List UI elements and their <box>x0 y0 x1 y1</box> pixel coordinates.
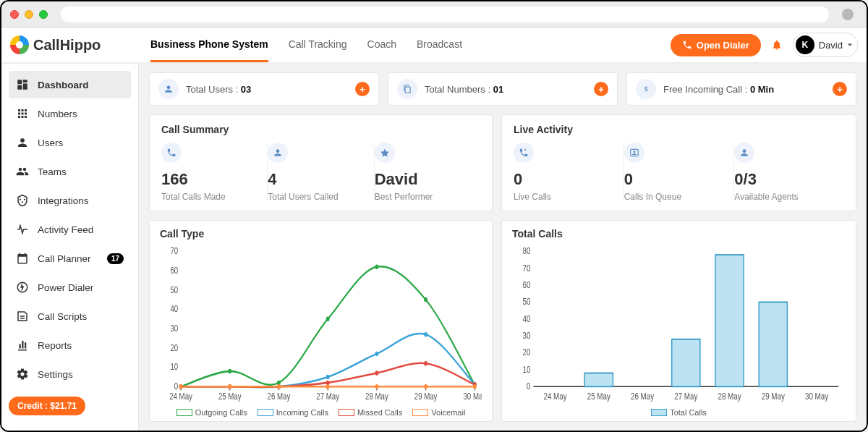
minimize-window-icon[interactable] <box>25 10 33 19</box>
metric-value: 0 <box>514 170 615 189</box>
sidebar-item-integrations[interactable]: Integrations <box>9 187 131 214</box>
svg-text:28 May: 28 May <box>718 391 741 402</box>
chart-area: 0102030405060708024 May25 May26 May27 Ma… <box>512 247 846 405</box>
legend-item[interactable]: Total Calls <box>651 408 707 417</box>
nav-tab-broadcast[interactable]: Broadcast <box>417 27 462 62</box>
svg-point-55 <box>326 384 330 389</box>
maximize-window-icon[interactable] <box>39 10 48 19</box>
planner-icon <box>16 252 29 265</box>
metric: 0Calls In Queue <box>624 143 735 202</box>
svg-text:30 May: 30 May <box>463 391 482 402</box>
svg-text:30 May: 30 May <box>805 391 828 402</box>
legend-item[interactable]: Missed Calls <box>339 408 402 417</box>
svg-text:70: 70 <box>523 263 531 273</box>
metric-label: Total Calls Made <box>161 192 258 202</box>
svg-text:24 May: 24 May <box>169 391 192 402</box>
brand-logo[interactable]: CallHippo <box>10 35 133 54</box>
logo-icon <box>10 35 29 54</box>
sidebar-item-reports[interactable]: Reports <box>9 331 131 359</box>
legend-label: Voicemail <box>431 408 465 417</box>
svg-point-32 <box>228 369 231 373</box>
app-body: DashboardNumbersUsersTeamsIntegrationsAc… <box>1 64 867 431</box>
sidebar-item-label: Call Planner <box>38 253 91 264</box>
chevron-down-icon <box>847 42 853 48</box>
app-window: CallHippo Business Phone SystemCall Trac… <box>0 0 868 432</box>
svg-point-57 <box>424 384 427 389</box>
nav-tab-coach[interactable]: Coach <box>367 27 396 62</box>
svg-text:60: 60 <box>170 266 178 276</box>
sidebar-item-settings[interactable]: Settings <box>9 360 131 388</box>
close-window-icon[interactable] <box>10 10 19 19</box>
nav-tab-business-phone-system[interactable]: Business Phone System <box>150 27 268 62</box>
power-icon <box>16 281 29 294</box>
legend-item[interactable]: Voicemail <box>412 408 465 417</box>
sidebar-item-power-dialer[interactable]: Power Dialer <box>9 274 131 301</box>
svg-point-0 <box>20 198 21 200</box>
legend-swatch <box>412 409 428 416</box>
call-type-chart-panel: Call Type 01020304050607024 May25 May26 … <box>149 220 493 422</box>
sidebar-item-label: Teams <box>38 166 67 177</box>
legend-swatch <box>258 409 273 416</box>
svg-text:50: 50 <box>170 284 178 295</box>
svg-point-2 <box>22 201 23 203</box>
users-icon <box>158 79 179 99</box>
legend-item[interactable]: Outgoing Calls <box>176 408 247 417</box>
sidebar-item-call-scripts[interactable]: Call Scripts <box>9 302 131 330</box>
app-header: CallHippo Business Phone SystemCall Trac… <box>1 27 867 64</box>
svg-text:60: 60 <box>523 280 531 290</box>
contact-icon <box>624 143 644 163</box>
dollar-icon: $ <box>636 79 656 99</box>
charts-row: Call Type 01020304050607024 May25 May26 … <box>149 220 856 422</box>
svg-point-42 <box>375 352 378 356</box>
stat-card: Total Numbers : 01+ <box>388 72 618 106</box>
metric: 0/3Available Agents <box>734 143 844 202</box>
metric-value: 4 <box>268 170 365 189</box>
nav-tab-call-tracking[interactable]: Call Tracking <box>289 27 347 62</box>
svg-text:10: 10 <box>523 364 531 374</box>
svg-rect-78 <box>715 255 744 386</box>
metric-value: 166 <box>161 170 258 189</box>
svg-text:20: 20 <box>523 347 531 357</box>
svg-text:26 May: 26 May <box>268 391 291 402</box>
sidebar-item-users[interactable]: Users <box>9 129 131 156</box>
stat-text: Total Users : 03 <box>186 84 251 95</box>
browser-chrome <box>1 1 867 27</box>
svg-text:20: 20 <box>170 342 178 352</box>
user-name: David <box>819 40 843 51</box>
open-dialer-button[interactable]: Open Dialer <box>671 34 761 56</box>
user-menu[interactable]: K David <box>793 33 858 57</box>
sidebar-item-label: Dashboard <box>38 80 89 90</box>
add-button[interactable]: + <box>594 82 608 96</box>
legend-swatch <box>176 409 192 416</box>
chart-title: Total Calls <box>512 228 846 240</box>
call-summary-panel: Call Summary 166Total Calls Made4Total U… <box>149 114 493 211</box>
numbers-icon <box>16 107 29 120</box>
sidebar-item-label: Call Scripts <box>38 311 87 322</box>
url-bar[interactable] <box>61 7 829 22</box>
add-button[interactable]: + <box>355 82 370 96</box>
metric-label: Best Performer <box>375 192 472 202</box>
extension-icon[interactable] <box>842 9 854 20</box>
phone-icon <box>682 40 692 50</box>
svg-text:29 May: 29 May <box>762 391 785 402</box>
svg-text:40: 40 <box>523 313 531 323</box>
sidebar-item-numbers[interactable]: Numbers <box>9 100 131 127</box>
legend-item[interactable]: Incoming Calls <box>258 408 328 417</box>
sidebar-item-activity-feed[interactable]: Activity Feed <box>9 216 131 243</box>
reports-icon <box>16 339 29 352</box>
dashboard-icon <box>16 78 29 91</box>
sidebar-item-teams[interactable]: Teams <box>9 158 131 185</box>
legend-swatch <box>651 409 667 416</box>
top-stat-row: Total Users : 03+Total Numbers : 01+$Fre… <box>149 72 856 106</box>
sidebar-item-dashboard[interactable]: Dashboard <box>9 71 131 98</box>
credit-pill[interactable]: Credit : $21.71 <box>9 397 85 415</box>
sidebar-badge: 17 <box>107 253 124 264</box>
notifications-icon[interactable] <box>771 39 783 51</box>
sidebar-item-label: Settings <box>38 369 73 380</box>
add-button[interactable]: + <box>833 82 847 96</box>
bar-chart: 0102030405060708024 May25 May26 May27 Ma… <box>512 247 846 405</box>
metric: DavidBest Performer <box>375 143 480 202</box>
main-content: Total Users : 03+Total Numbers : 01+$Fre… <box>139 64 867 431</box>
svg-rect-4 <box>405 87 410 93</box>
sidebar-item-call-planner[interactable]: Call Planner17 <box>9 245 131 272</box>
